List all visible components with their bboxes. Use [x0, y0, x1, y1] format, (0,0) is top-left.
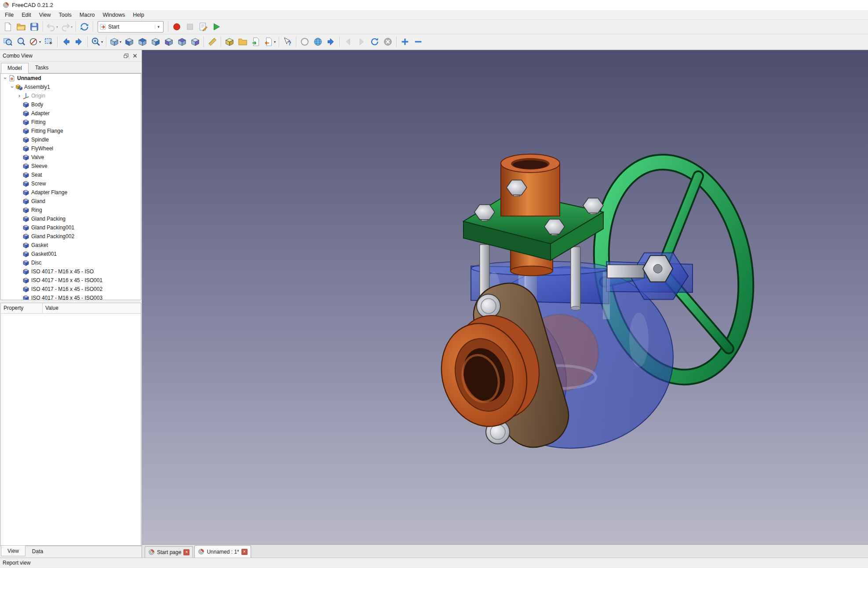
zoom-tools-button[interactable]: ▾ — [90, 36, 104, 48]
web-go-button[interactable] — [325, 36, 338, 48]
viewport-3d-canvas[interactable] — [142, 50, 868, 544]
whats-this-button[interactable]: ? — [281, 36, 294, 48]
fit-selection-button[interactable] — [15, 36, 28, 48]
tree-item-disc[interactable]: Disc — [1, 258, 141, 267]
menu-file[interactable]: File — [1, 11, 18, 19]
menu-edit[interactable]: Edit — [18, 11, 35, 19]
property-editor-body[interactable] — [1, 314, 141, 545]
tree-item-fitting-flange[interactable]: Fitting Flange — [1, 127, 141, 135]
valve-assembly-model[interactable] — [142, 50, 868, 544]
tree-item-adapter[interactable]: Adapter — [1, 109, 141, 118]
menu-view[interactable]: View — [35, 11, 55, 19]
document-tab-unnamed-1-[interactable]: Unnamed : 1*× — [194, 545, 251, 558]
report-view-header[interactable]: Report view — [0, 558, 868, 567]
tree-item-iso-4017-m16-x-45-iso003[interactable]: ISO 4017 - M16 x 45 - ISO003 — [1, 294, 141, 300]
tree-item-assembly1[interactable]: ›Assembly1 — [1, 83, 141, 91]
tree-item-valve[interactable]: Valve — [1, 153, 141, 162]
nav-back-button[interactable] — [59, 36, 73, 48]
web-stop-button[interactable] — [298, 36, 311, 48]
expand-arrow-icon[interactable]: › — [16, 93, 22, 99]
tree-item-body[interactable]: Body — [1, 100, 141, 109]
tree-item-gland-packing002[interactable]: Gland Packing002 — [1, 232, 141, 241]
tree-item-flywheel[interactable]: FlyWheel — [1, 144, 141, 153]
browser-refresh-button[interactable] — [368, 36, 381, 48]
measure-button[interactable] — [206, 36, 219, 48]
menu-help[interactable]: Help — [129, 11, 148, 19]
tree-item-gland-packing001[interactable]: Gland Packing001 — [1, 223, 141, 232]
nav-forward-button[interactable] — [73, 36, 86, 48]
macro-stop-button[interactable] — [183, 21, 197, 33]
tab-model[interactable]: Model — [1, 63, 29, 73]
tree-item-adapter-flange[interactable]: Adapter Flange — [1, 188, 141, 197]
browser-stop-button[interactable] — [381, 36, 394, 48]
undo-button[interactable]: ▾ — [45, 21, 59, 33]
browser-back-button[interactable] — [342, 36, 355, 48]
tree-item-gland[interactable]: Gland — [1, 197, 141, 206]
fit-all-button[interactable] — [1, 36, 15, 48]
tree-item-gland-packing[interactable]: Gland Packing — [1, 214, 141, 223]
view-bottom-button[interactable] — [175, 36, 189, 48]
document-tab-start-page[interactable]: Start page× — [145, 546, 193, 558]
link-make-button[interactable] — [249, 36, 263, 48]
close-panel-button[interactable] — [131, 52, 139, 59]
macro-execute-button[interactable] — [210, 21, 223, 33]
report-view-body[interactable] — [0, 567, 868, 598]
workbench-selector[interactable]: Start▾ — [98, 21, 164, 33]
tree-item-spindle[interactable]: Spindle — [1, 135, 141, 144]
tree-item-gasket001[interactable]: Gasket001 — [1, 250, 141, 258]
browser-forward-button[interactable] — [355, 36, 368, 48]
refresh-web-icon — [370, 37, 379, 47]
part-icon — [22, 198, 29, 205]
view-right-button[interactable] — [149, 36, 162, 48]
part-icon — [22, 259, 29, 266]
tab-tasks[interactable]: Tasks — [29, 62, 55, 73]
view-top-button[interactable] — [136, 36, 149, 48]
tree-item-screw[interactable]: Screw — [1, 179, 141, 188]
tree-item-unnamed[interactable]: ›Unnamed — [1, 74, 141, 83]
create-group-button[interactable] — [236, 36, 249, 48]
workbench-selector-value: Start — [106, 24, 155, 30]
save-document-button[interactable] — [28, 21, 41, 33]
tree-item-fitting[interactable]: Fitting — [1, 118, 141, 127]
freecad-logo-icon — [148, 549, 155, 555]
macro-record-button[interactable] — [170, 21, 183, 33]
view-left-button[interactable] — [189, 36, 202, 48]
tree-item-sleeve[interactable]: Sleeve — [1, 162, 141, 170]
open-document-button[interactable] — [15, 21, 28, 33]
view-rear-button[interactable] — [162, 36, 175, 48]
draw-style-button[interactable]: ▾ — [28, 36, 42, 48]
tree-item-origin[interactable]: ›Origin — [1, 91, 141, 100]
tree-item-label: ISO 4017 - M16 x 45 - ISO003 — [31, 295, 102, 300]
tree-item-gasket[interactable]: Gasket — [1, 241, 141, 250]
collapse-arrow-icon[interactable]: › — [9, 84, 15, 90]
refresh-button[interactable] — [78, 21, 91, 33]
float-panel-button[interactable] — [122, 52, 130, 59]
tree-item-ring[interactable]: Ring — [1, 206, 141, 214]
close-tab-icon[interactable]: × — [183, 549, 190, 555]
view-front-button[interactable] — [123, 36, 136, 48]
tree-item-iso-4017-m16-x-45-iso001[interactable]: ISO 4017 - M16 x 45 - ISO001 — [1, 276, 141, 285]
close-tab-icon[interactable]: × — [241, 549, 248, 555]
web-browser-button[interactable] — [311, 36, 325, 48]
create-part-button[interactable] — [223, 36, 236, 48]
tri-right-gray-icon — [357, 37, 366, 47]
view-axonometric-button[interactable]: ▾ — [108, 36, 123, 48]
macro-edit-button[interactable] — [197, 21, 210, 33]
zoom-in-button[interactable] — [398, 36, 412, 48]
link-import-button[interactable]: ▾ — [263, 36, 277, 48]
menu-macro[interactable]: Macro — [76, 11, 99, 19]
tree-item-iso-4017-m16-x-45-iso002[interactable]: ISO 4017 - M16 x 45 - ISO002 — [1, 285, 141, 294]
new-document-button[interactable] — [1, 21, 15, 33]
redo-button[interactable]: ▾ — [59, 21, 74, 33]
box-selection-button[interactable] — [42, 36, 55, 48]
collapse-arrow-icon[interactable]: › — [2, 75, 8, 81]
tree-item-iso-4017-m16-x-45-iso[interactable]: ISO 4017 - M16 x 45 - ISO — [1, 267, 141, 276]
menu-tools[interactable]: Tools — [55, 11, 76, 19]
combo-view-titlebar[interactable]: Combo View — [0, 50, 142, 62]
tree-item-seat[interactable]: Seat — [1, 170, 141, 179]
tab-view-properties[interactable]: View — [1, 546, 26, 556]
zoom-out-button[interactable] — [412, 36, 425, 48]
menu-windows[interactable]: Windows — [99, 11, 129, 19]
toolbar-separator — [93, 22, 93, 32]
tab-data-properties[interactable]: Data — [26, 546, 50, 557]
